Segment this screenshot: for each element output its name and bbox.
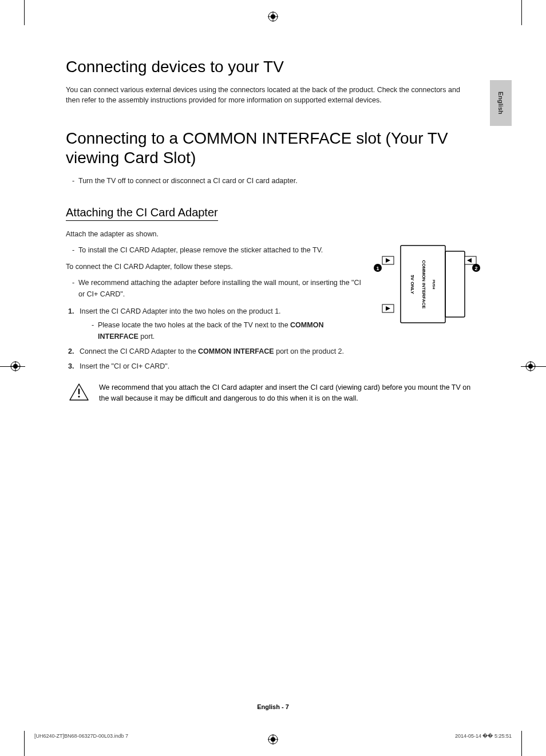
registration-mark-icon	[10, 361, 21, 371]
list-text: We recommend attaching the adapter befor…	[78, 277, 363, 300]
step-number: 3.	[68, 361, 80, 372]
crop-mark	[24, 0, 25, 25]
dash-bullet: -	[68, 175, 78, 187]
step-text: Insert the "CI or CI+ CARD".	[80, 361, 475, 372]
figure-label: 5V ONLY	[410, 275, 415, 295]
figure-label: COMMON INTERFACE	[421, 260, 426, 310]
section1-title: Connecting devices to your TV	[66, 57, 475, 77]
step-number: 1.	[68, 306, 80, 342]
registration-mark-icon	[525, 361, 536, 371]
page-content: Connecting devices to your TV You can co…	[66, 57, 475, 403]
footer-timestamp: 2014-05-14 �� 5:25:51	[455, 733, 512, 739]
dash-bullet: -	[68, 244, 78, 256]
figure-label: PUSH	[432, 280, 436, 290]
crop-mark	[521, 0, 522, 25]
svg-rect-17	[445, 251, 465, 317]
language-tab-label: English	[497, 92, 504, 114]
step-number: 2.	[68, 346, 80, 357]
list-item: 3. Insert the "CI or CI+ CARD".	[68, 361, 475, 372]
dash-bullet: -	[68, 277, 78, 300]
list-text: To install the CI CARD Adapter, please r…	[78, 244, 363, 256]
registration-mark-icon	[268, 11, 278, 22]
crop-mark	[24, 731, 25, 756]
svg-rect-23	[78, 389, 80, 394]
warning-icon	[69, 383, 89, 401]
warning-text: We recommend that you attach the CI Card…	[99, 382, 475, 404]
list-item: - Turn the TV off to connect or disconne…	[68, 175, 475, 187]
step-text: Insert the CI CARD Adapter into the two …	[80, 307, 281, 315]
page-number: English - 7	[257, 703, 289, 710]
ci-adapter-diagram: COMMON INTERFACE 5V ONLY PUSH 1 2	[372, 243, 481, 328]
language-tab: English	[490, 80, 512, 126]
step-text: Connect the CI CARD Adapter to the COMMO…	[80, 346, 475, 357]
dash-bullet: -	[88, 319, 98, 342]
list-text: Turn the TV off to connect or disconnect…	[78, 175, 475, 187]
sub-step-text: Please locate the two holes at the back …	[98, 319, 363, 342]
registration-mark-icon	[268, 734, 278, 745]
list-item: 2. Connect the CI CARD Adapter to the CO…	[68, 346, 475, 357]
callout-label: 1	[376, 266, 379, 271]
callout-label: 2	[474, 266, 477, 271]
list-item: - We recommend attaching the adapter bef…	[68, 277, 363, 300]
footer-filename: [UH6240-ZT]BN68-06327D-00L03.indb 7	[34, 733, 128, 739]
crop-mark	[521, 731, 522, 756]
list-item: 1. Insert the CI CARD Adapter into the t…	[68, 306, 363, 342]
section2-title: Connecting to a COMMON INTERFACE slot (Y…	[66, 129, 475, 167]
warning-note: We recommend that you attach the CI Card…	[66, 382, 475, 404]
section1-intro: You can connect various external devices…	[66, 85, 475, 106]
section3-p2: To connect the CI CARD Adapter, follow t…	[66, 262, 363, 272]
section3-p1: Attach the adapter as shown.	[66, 229, 363, 240]
svg-point-24	[78, 395, 80, 397]
section3-heading: Attaching the CI Card Adapter	[66, 206, 218, 221]
list-item: - To install the CI CARD Adapter, please…	[68, 244, 363, 256]
